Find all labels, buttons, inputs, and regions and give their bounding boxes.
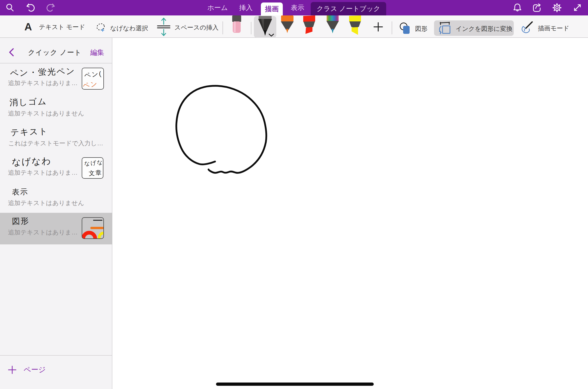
ink-to-shape-label: インクを図形に変換 xyxy=(456,25,513,33)
tab-insert[interactable]: 挿入 xyxy=(239,0,253,15)
page-title: 図形 xyxy=(12,216,29,227)
drawing-canvas[interactable] xyxy=(113,38,588,389)
insert-space-button[interactable]: スペースの挿入 xyxy=(156,17,219,38)
red-marker-tool[interactable] xyxy=(302,15,316,36)
rainbow-pen-tool[interactable] xyxy=(326,15,339,35)
page-subtitle: 追加テキストはありま… xyxy=(8,79,78,87)
shapes-button[interactable]: 図形 xyxy=(399,21,428,36)
redo-icon[interactable] xyxy=(45,3,55,13)
page-subtitle: 追加テキストはありません xyxy=(8,199,84,207)
page-list-sidebar: クイック ノート 編集 ペン・蛍光ペン 追加テキストはありま… ペン( ペン 消… xyxy=(0,38,112,389)
share-icon[interactable] xyxy=(532,3,542,13)
lasso-select-button[interactable]: なげなわ選択 xyxy=(95,22,148,34)
ink-to-shape-icon xyxy=(439,22,451,35)
back-chevron-icon[interactable] xyxy=(8,48,14,57)
lasso-select-label: なげなわ選択 xyxy=(110,24,148,32)
draw-mode-hand-pen-icon xyxy=(521,21,534,35)
text-mode-button[interactable]: A テキスト モード xyxy=(24,21,85,33)
onenote-draw-screen: ホーム 挿入 描画 表示 クラス ノートブック xyxy=(0,0,588,389)
orange-pen-tool[interactable] xyxy=(280,15,294,34)
lasso-icon xyxy=(95,22,106,34)
page-title: ペン・蛍光ペン xyxy=(10,65,75,79)
black-pen-tool-selected[interactable] xyxy=(254,16,276,38)
toolbar-divider xyxy=(222,21,223,34)
tab-draw-active[interactable]: 描画 xyxy=(261,2,283,15)
home-indicator[interactable] xyxy=(216,383,374,386)
text-mode-label: テキスト モード xyxy=(39,23,85,31)
page-subtitle: 追加テキストはありま… xyxy=(8,228,78,236)
page-title: テキスト xyxy=(10,125,48,138)
page-item-pen[interactable]: ペン・蛍光ペン 追加テキストはありま… ペン( ペン xyxy=(0,63,112,93)
search-icon[interactable] xyxy=(5,3,14,12)
eraser-tool[interactable] xyxy=(232,15,242,35)
tab-class-notebook[interactable]: クラス ノートブック xyxy=(311,2,386,15)
notifications-bell-icon[interactable] xyxy=(513,3,522,12)
page-subtitle: これはテキストモードで入力し… xyxy=(8,139,103,147)
settings-gear-icon[interactable] xyxy=(552,3,562,13)
draw-toolbar: A テキスト モード なげなわ選択 xyxy=(0,15,588,38)
edit-button[interactable]: 編集 xyxy=(90,48,104,57)
shapes-label: 図形 xyxy=(415,25,428,33)
page-subtitle: 追加テキストはありま… xyxy=(8,168,78,177)
text-mode-a-icon: A xyxy=(24,21,32,33)
page-item-lasso[interactable]: なげなわ 追加テキストはありま… なげな 文章を xyxy=(0,153,112,183)
toolbar-divider xyxy=(392,21,392,34)
add-page-label: ページ xyxy=(24,365,46,375)
toolbar-divider xyxy=(251,22,251,34)
page-item-text[interactable]: テキスト これはテキストモードで入力し… xyxy=(0,123,112,153)
top-app-bar: ホーム 挿入 描画 表示 クラス ノートブック xyxy=(0,0,588,15)
plus-icon xyxy=(7,365,17,375)
page-thumbnail: なげな 文章を xyxy=(82,157,103,179)
draw-mode-button[interactable]: 描画モード xyxy=(521,21,569,35)
page-title: 表示 xyxy=(12,187,28,197)
page-subtitle: 追加テキストはありません xyxy=(8,109,84,117)
add-page-button[interactable]: ページ xyxy=(7,365,46,375)
sidebar-title: クイック ノート xyxy=(28,48,82,57)
page-item-shapes-selected[interactable]: 図形 追加テキストはありま… xyxy=(0,213,112,244)
tab-view[interactable]: 表示 xyxy=(291,0,304,15)
insert-space-icon xyxy=(156,17,171,38)
fullscreen-icon[interactable] xyxy=(573,3,582,12)
ink-to-shape-button[interactable]: インクを図形に変換 xyxy=(434,20,514,36)
page-title: なげなわ xyxy=(11,155,52,168)
shapes-icon xyxy=(399,21,412,36)
pen-options-chevron-icon xyxy=(268,33,274,37)
page-thumbnail-shapes-sketch xyxy=(82,217,104,239)
tab-home[interactable]: ホーム xyxy=(207,0,228,15)
divider xyxy=(0,355,112,356)
page-title: 消しゴム xyxy=(9,96,47,108)
undo-icon[interactable] xyxy=(26,3,36,13)
draw-mode-label: 描画モード xyxy=(538,24,569,32)
page-item-eraser[interactable]: 消しゴム 追加テキストはありません xyxy=(0,93,112,123)
page-thumbnail: ペン( ペン xyxy=(82,68,104,90)
add-pen-button[interactable] xyxy=(373,22,383,33)
insert-space-label: スペースの挿入 xyxy=(174,23,219,32)
yellow-highlighter-tool[interactable] xyxy=(348,15,362,36)
page-item-view[interactable]: 表示 追加テキストはありません xyxy=(0,183,112,213)
